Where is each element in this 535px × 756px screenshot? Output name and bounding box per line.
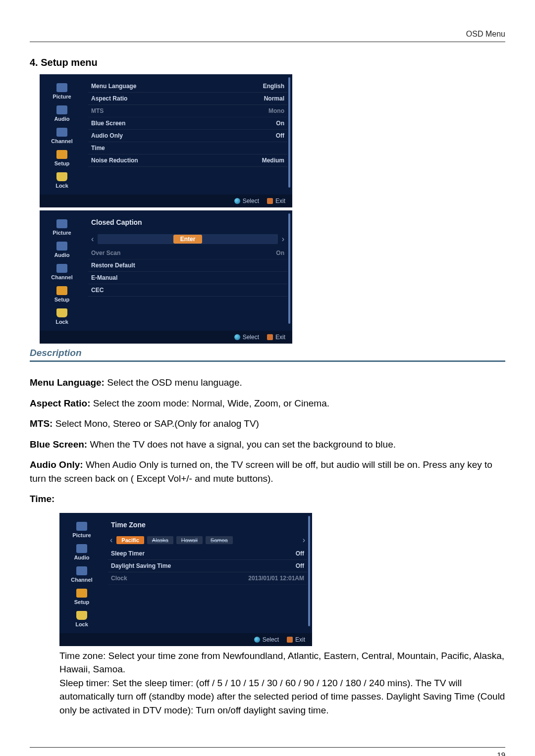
osd-sidebar: Picture Audio Channel Setup Lock [59, 517, 104, 633]
desc-menu-language: Menu Language: Select the OSD menu langu… [30, 376, 505, 390]
sidebar-item-label: Channel [51, 274, 72, 280]
sidebar-item-channel[interactable]: Channel [59, 566, 104, 583]
row-label: MTS [91, 107, 104, 114]
channel-icon [56, 264, 67, 273]
sidebar-item-lock[interactable]: Lock [59, 611, 104, 627]
page-header: OSD Menu [30, 30, 505, 42]
osd-heading-closed-caption: Closed Caption [88, 216, 287, 231]
row-value: Medium [262, 157, 284, 164]
chevron-left-icon[interactable]: ‹ [109, 536, 113, 545]
row-label: Time [91, 145, 105, 151]
exit-hint: Exit [267, 198, 285, 204]
osd-row-aspect-ratio[interactable]: Aspect RatioNormal [88, 93, 287, 105]
enter-button[interactable]: Enter [173, 235, 203, 244]
osd-screenshot-setup-1: Picture Audio Channel Setup Lock Menu La… [40, 74, 292, 207]
osd-footer: Select Exit [59, 633, 312, 646]
row-value: 2013/01/01 12:01AM [248, 575, 304, 582]
tz-option[interactable]: Samoa [206, 536, 233, 544]
row-label: Over Scan [91, 250, 120, 256]
row-label: Menu Language [91, 83, 136, 90]
sidebar-item-setup[interactable]: Setup [59, 589, 104, 605]
sidebar-item-picture[interactable]: Picture [40, 83, 84, 100]
osd-footer: Select Exit [40, 331, 292, 344]
tz-option[interactable]: Hawaii [176, 536, 203, 544]
row-label: Daylight Saving Time [111, 562, 171, 569]
channel-icon [56, 128, 67, 137]
exit-hint: Exit [287, 636, 305, 643]
sidebar-item-label: Picture [72, 532, 91, 538]
osd-heading-time-zone: Time Zone [108, 519, 307, 534]
row-label: Blue Screen [91, 120, 125, 127]
desc-mts: MTS: Select Mono, Stereo or SAP.(Only fo… [30, 417, 505, 431]
sidebar-item-label: Picture [53, 230, 71, 236]
row-value: Off [296, 562, 304, 569]
slider-track: Enter [98, 234, 277, 244]
row-value: Normal [264, 95, 284, 102]
time-zone-carousel[interactable]: ‹ Pacific Alaska Hawaii Samoa › [108, 534, 307, 548]
sidebar-item-channel[interactable]: Channel [40, 128, 84, 144]
chevron-right-icon[interactable]: › [302, 536, 306, 545]
sidebar-item-picture[interactable]: Picture [40, 219, 84, 236]
row-value: Off [276, 132, 284, 139]
row-label: Aspect Ratio [91, 95, 127, 102]
osd-row-daylight-saving[interactable]: Daylight Saving TimeOff [108, 560, 307, 572]
chevron-right-icon[interactable]: › [281, 235, 285, 244]
sidebar-item-setup[interactable]: Setup [40, 286, 84, 302]
audio-icon [56, 242, 67, 251]
setup-icon [76, 589, 87, 598]
osd-row-sleep-timer[interactable]: Sleep TimerOff [108, 548, 307, 560]
sidebar-item-channel[interactable]: Channel [40, 264, 84, 280]
osd-row-blue-screen[interactable]: Blue ScreenOn [88, 117, 287, 130]
osd-row-time[interactable]: Time [88, 142, 287, 154]
desc-aspect-ratio: Aspect Ratio: Select the zoom mode: Norm… [30, 397, 505, 410]
time-zone-text: Time zone: Select your time zone from Ne… [59, 649, 505, 676]
audio-icon [76, 544, 87, 553]
sidebar-item-label: Setup [54, 160, 70, 166]
select-hint: Select [234, 198, 259, 204]
sidebar-item-audio[interactable]: Audio [59, 544, 104, 560]
channel-icon [76, 566, 87, 575]
sidebar-item-label: Audio [74, 554, 89, 560]
tz-option[interactable]: Alaska [147, 536, 173, 544]
osd-row-cec[interactable]: CEC [88, 284, 287, 297]
exit-hint: Exit [267, 334, 285, 341]
description-block: Menu Language: Select the OSD menu langu… [30, 376, 505, 506]
osd-row-noise-reduction[interactable]: Noise ReductionMedium [88, 154, 287, 167]
sidebar-item-label: Audio [54, 116, 69, 122]
sidebar-item-picture[interactable]: Picture [59, 522, 104, 538]
select-hint: Select [254, 636, 279, 643]
row-value: On [276, 120, 284, 127]
sleep-timer-text: Sleep timer: Set the sleep timer: (off /… [59, 676, 505, 717]
sidebar-item-setup[interactable]: Setup [40, 150, 84, 166]
lock-icon [56, 308, 67, 317]
osd-screenshot-time: Picture Audio Channel Setup Lock Time Zo… [59, 513, 312, 646]
setup-icon [56, 150, 67, 159]
exit-icon [267, 334, 273, 340]
osd-row-menu-language[interactable]: Menu LanguageEnglish [88, 80, 287, 93]
sidebar-item-label: Lock [75, 621, 88, 627]
row-value: Mono [268, 107, 284, 114]
sidebar-item-label: Channel [71, 577, 92, 583]
osd-enter-slider[interactable]: ‹ Enter › [88, 231, 287, 247]
section-title: 4. Setup menu [30, 57, 505, 68]
osd-footer: Select Exit [40, 195, 292, 207]
sidebar-item-label: Setup [74, 599, 90, 605]
osd-row-restore-default[interactable]: Restore Default [88, 259, 287, 272]
sidebar-item-audio[interactable]: Audio [40, 242, 84, 258]
desc-audio-only: Audio Only: When Audio Only is turned on… [30, 458, 505, 485]
chevron-left-icon[interactable]: ‹ [90, 235, 95, 244]
lock-icon [56, 172, 67, 181]
row-label: CEC [91, 287, 104, 294]
osd-sidebar: Picture Audio Channel Setup Lock [40, 78, 84, 195]
osd-row-mts: MTSMono [88, 105, 287, 117]
sidebar-item-lock[interactable]: Lock [40, 308, 84, 325]
lock-icon [76, 611, 87, 620]
sidebar-item-audio[interactable]: Audio [40, 105, 84, 122]
row-value: Off [296, 550, 304, 557]
osd-row-e-manual[interactable]: E-Manual [88, 272, 287, 284]
tz-option-active[interactable]: Pacific [116, 536, 144, 544]
select-icon [234, 198, 240, 204]
osd-row-audio-only[interactable]: Audio OnlyOff [88, 130, 287, 142]
sidebar-item-label: Lock [55, 183, 68, 189]
sidebar-item-lock[interactable]: Lock [40, 172, 84, 189]
